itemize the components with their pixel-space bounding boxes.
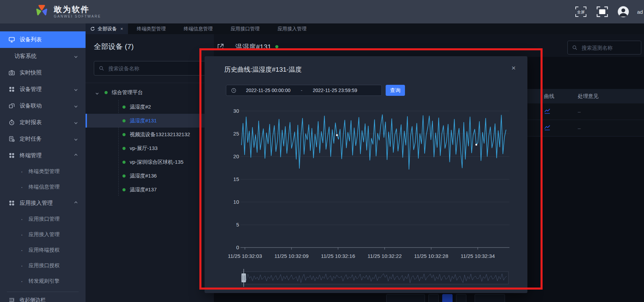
datazoom-handle[interactable]	[241, 273, 246, 282]
curve-link-icon[interactable]	[544, 108, 578, 115]
curve-link-icon[interactable]	[544, 124, 578, 132]
y-axis-tick-label: 20	[233, 153, 239, 159]
goto-page-input[interactable]	[475, 294, 505, 302]
collapse-sidebar-button[interactable]: 收起侧边栏	[0, 292, 86, 302]
sidebar-subitem[interactable]: 终端信息管理	[0, 179, 86, 195]
bullet-icon	[21, 168, 23, 175]
x-axis-tick-label: 11/25 10:32:28	[414, 253, 448, 259]
grid-icon	[9, 86, 15, 92]
sidebar-subitem[interactable]: 终端类型管理	[0, 164, 86, 179]
sidebar-item-6[interactable]: 定时任务	[0, 131, 86, 147]
expander-icon[interactable]	[95, 91, 99, 94]
sidebar-item-label: 设备管理	[20, 86, 42, 93]
y-axis-tick-label: 15	[233, 176, 239, 182]
brand: 敢为软件 GANWEI SOFTWARE	[34, 4, 101, 19]
refresh-icon[interactable]	[90, 27, 95, 31]
app-header: 敢为软件 GANWEI SOFTWARE 全屏	[0, 0, 644, 23]
chevron-down-icon	[74, 87, 78, 91]
sidebar-item-5[interactable]: 定时报表	[0, 114, 86, 131]
sidebar-item-0[interactable]: 设备列表	[0, 31, 86, 48]
pagination-strip[interactable]	[386, 294, 508, 302]
sidebar-subitem[interactable]: 应用终端授权	[0, 242, 86, 258]
sidebar-item-label: 设备联动	[20, 102, 42, 110]
bullet-icon	[21, 262, 23, 270]
bullet-icon	[21, 277, 23, 285]
sidebar-subitem[interactable]: 转发规则引擎	[0, 273, 86, 289]
sidebar-subitem[interactable]: 应用接口管理	[0, 211, 86, 227]
column-header: 处理意见	[578, 93, 598, 100]
tab-bar: 全部设备×终端类型管理终端信息管理应用接口管理应用接入管理	[86, 23, 644, 34]
tree-device-node[interactable]: vp-深圳综合区球机-135	[86, 155, 214, 169]
telemetry-search-box[interactable]	[567, 41, 641, 54]
screen-projection-icon[interactable]	[596, 6, 608, 18]
sidebar-item-4[interactable]: 设备联动	[0, 98, 86, 114]
sidebar-item-label: 终端管理	[20, 152, 42, 159]
tab-0[interactable]: 终端类型管理	[128, 23, 175, 34]
tree-device-node[interactable]: 视频流设备132132132132	[86, 128, 214, 141]
page-size-select[interactable]	[386, 294, 425, 302]
tab-close-icon[interactable]: ×	[120, 26, 123, 31]
sidebar-item-label: 实时快照	[20, 69, 42, 77]
online-status-dot	[122, 105, 126, 109]
y-axis-tick-label: 10	[233, 199, 239, 205]
device-label: vp-深圳综合区球机-135	[130, 159, 184, 165]
tree-device-node[interactable]: vp-展厅-133	[86, 141, 214, 155]
user-avatar[interactable]	[618, 6, 629, 17]
chevron-down-icon	[74, 120, 78, 124]
grid-icon	[9, 152, 15, 159]
next-page-button[interactable]	[456, 294, 466, 302]
chevron-down-icon	[74, 54, 78, 58]
svg-text:全屏: 全屏	[577, 10, 585, 14]
sidebar-subitem-label: 转发规则引擎	[29, 278, 60, 284]
sidebar-item-1[interactable]: 访客系统	[0, 48, 86, 64]
telemetry-search-input[interactable]	[581, 44, 633, 51]
sidebar-subitem-label: 应用接口授权	[29, 262, 60, 269]
history-line-chart: 05101520253011/25 10:32:0311/25 10:32:09…	[205, 56, 527, 293]
fullscreen-text-icon[interactable]: 全屏	[575, 6, 587, 18]
search-icon	[99, 66, 104, 71]
tab-active[interactable]: 全部设备×	[86, 23, 128, 34]
device-label: 温湿度#2	[130, 104, 151, 110]
online-status-dot	[122, 161, 126, 164]
brand-subtitle: GANWEI SOFTWARE	[54, 14, 101, 18]
tab-label: 应用接入管理	[278, 26, 307, 32]
sidebar-subitem-label: 应用终端授权	[29, 247, 60, 253]
timer-icon	[9, 119, 15, 125]
tab-2[interactable]: 应用接口管理	[222, 23, 269, 34]
sidebar-subitem[interactable]: 应用接口授权	[0, 258, 86, 273]
device-label: 视频流设备132132132132	[130, 131, 190, 138]
device-panel-title: 全部设备 (7)	[86, 34, 214, 51]
tree-device-node[interactable]: 温湿度#131	[86, 114, 214, 128]
page-number-active[interactable]	[442, 294, 453, 302]
device-search-input[interactable]	[108, 65, 190, 72]
device-tree: 综合管理平台温湿度#2温湿度#131视频流设备132132132132vp-展厅…	[86, 85, 214, 197]
online-status-dot	[275, 45, 278, 48]
x-axis-tick-label: 11/25 10:32:16	[321, 253, 355, 259]
sidebar-item-7[interactable]: 终端管理	[0, 147, 86, 164]
sidebar-item-8[interactable]: 应用接入管理	[0, 195, 86, 211]
camera-icon	[9, 70, 15, 76]
sidebar-item-2[interactable]: 实时快照	[0, 64, 86, 81]
search-icon	[572, 45, 577, 50]
external-link-icon[interactable]	[217, 43, 224, 51]
device-search-box[interactable]	[94, 61, 206, 76]
temperature-line-series	[241, 115, 506, 169]
bullet-icon	[21, 246, 23, 254]
sidebar-item-label: 设备列表	[20, 36, 42, 43]
sidebar-item-label: 应用接入管理	[20, 200, 53, 207]
tree-root-node[interactable]: 综合管理平台	[86, 85, 214, 100]
tab-1[interactable]: 终端信息管理	[175, 23, 222, 34]
username-label[interactable]: ad	[637, 9, 644, 15]
sidebar-subitem-label: 终端信息管理	[29, 184, 60, 190]
prev-page-button[interactable]	[428, 294, 439, 302]
sidebar-subitem[interactable]: 应用接入管理	[0, 227, 86, 242]
data-point-marker	[475, 144, 477, 145]
tree-device-node[interactable]: 温湿度#136	[86, 169, 214, 183]
collapse-icon	[9, 297, 15, 302]
tab-label: 终端信息管理	[184, 26, 213, 32]
tree-device-node[interactable]: 温湿度#137	[86, 183, 214, 197]
tab-3[interactable]: 应用接入管理	[269, 23, 316, 34]
sidebar-item-3[interactable]: 设备管理	[0, 81, 86, 98]
app-screen: 敢为软件 GANWEI SOFTWARE 全屏	[0, 0, 644, 302]
tree-device-node[interactable]: 温湿度#2	[86, 100, 214, 114]
